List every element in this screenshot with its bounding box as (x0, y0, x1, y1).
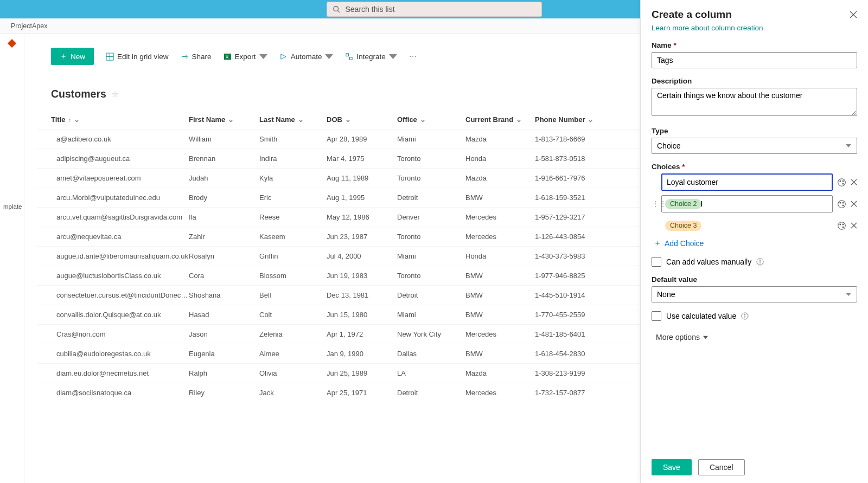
col-header-brand[interactable]: Current Brand ⌄ (465, 115, 535, 124)
table-row[interactable]: adipiscing@augueut.caBrennanIndiraMar 4,… (37, 149, 643, 168)
remove-choice-icon[interactable] (851, 179, 857, 185)
cell-title[interactable]: augue@luctuslobortisClass.co.uk (51, 272, 189, 280)
table-row[interactable]: augue@luctuslobortisClass.co.ukCoraBloss… (37, 266, 643, 285)
cell-dob: Apr 28, 1989 (327, 135, 397, 143)
cell-phone: 1-126-443-0854 (535, 233, 611, 241)
table-row[interactable]: Cras@non.comJasonZeleniaApr 1, 1972New Y… (37, 324, 643, 344)
main-content: ＋ New Edit in grid view Share X Export A… (37, 34, 643, 402)
chevron-down-icon (325, 53, 333, 61)
cell-title[interactable]: a@aclibero.co.uk (51, 135, 189, 143)
choice-input-2[interactable]: Choice 2 I (661, 195, 833, 212)
export-button[interactable]: X Export (224, 53, 267, 61)
panel-title: Create a column (652, 9, 732, 21)
table-row[interactable]: arcu@nequevitae.caZahirKaseemJun 23, 198… (37, 227, 643, 246)
svg-line-1 (337, 11, 340, 13)
col-header-lastname[interactable]: Last Name ⌄ (259, 115, 327, 124)
cell-phone: 1-308-213-9199 (535, 369, 611, 377)
description-input[interactable]: Certain things we know about the custome… (652, 88, 857, 116)
name-label: Name * (652, 41, 857, 49)
table-row[interactable]: arcu.Morbi@vulputateduinec.eduBrodyEricA… (37, 188, 643, 207)
manual-values-checkbox[interactable] (652, 257, 661, 267)
table-row[interactable]: amet@vitaeposuereat.comJudahKylaAug 11, … (37, 168, 643, 188)
cell-title[interactable]: arcu.vel.quam@sagittisDuisgravida.com (51, 213, 189, 221)
table-row[interactable]: diam.eu.dolor@necmetus.netRalphOliviaJun… (37, 363, 643, 383)
svg-point-25 (843, 223, 844, 224)
close-icon[interactable] (850, 11, 857, 18)
svg-point-11 (838, 178, 846, 186)
table-row[interactable]: convallis.dolor.Quisque@at.co.ukHasadCol… (37, 305, 643, 324)
new-button[interactable]: ＋ New (51, 48, 94, 65)
cell-title[interactable]: convallis.dolor.Quisque@at.co.uk (51, 311, 189, 319)
calculated-value-row: Use calculated value (652, 311, 857, 321)
name-input[interactable] (652, 52, 857, 68)
cell-dob: Jun 25, 1989 (327, 369, 397, 377)
cell-title[interactable]: augue.id.ante@liberomaurisaliquam.co.uk (51, 252, 189, 260)
cancel-button[interactable]: Cancel (698, 459, 745, 475)
calculated-value-checkbox[interactable] (652, 311, 661, 321)
rail-item-template[interactable]: mplate (0, 203, 24, 210)
col-header-office[interactable]: Office ⌄ (397, 115, 465, 124)
automate-button[interactable]: Automate (279, 53, 334, 61)
favorite-star-icon[interactable]: ☆ (112, 89, 119, 99)
table-row[interactable]: arcu.vel.quam@sagittisDuisgravida.comIla… (37, 207, 643, 227)
learn-more-link[interactable]: Learn more about column creation. (652, 24, 765, 32)
col-header-phone[interactable]: Phone Number ⌄ (535, 115, 611, 124)
table-row[interactable]: diam@sociisnatoque.caRileyJackApr 25, 19… (37, 383, 643, 402)
cell-title[interactable]: adipiscing@augueut.ca (51, 154, 189, 163)
table-header: Title ↑ ⌄ First Name ⌄ Last Name ⌄ DOB ⌄… (37, 110, 643, 129)
info-icon[interactable] (741, 312, 749, 320)
cell-brand: BMW (465, 272, 535, 280)
table-row[interactable]: consectetuer.cursus.et@tinciduntDonec.co… (37, 285, 643, 305)
cell-firstname: Judah (189, 174, 259, 182)
table-row[interactable]: augue.id.ante@liberomaurisaliquam.co.ukR… (37, 246, 643, 266)
cell-title[interactable]: amet@vitaeposuereat.com (51, 174, 189, 182)
remove-choice-icon[interactable] (851, 222, 857, 229)
breadcrumb-text[interactable]: ProjectApex (11, 22, 47, 30)
cell-title[interactable]: diam.eu.dolor@necmetus.net (51, 369, 189, 377)
cell-title[interactable]: Cras@non.com (51, 330, 189, 338)
cell-title[interactable]: arcu.Morbi@vulputateduinec.edu (51, 194, 189, 202)
svg-point-24 (840, 223, 841, 224)
search-box[interactable]: Search this list (327, 2, 542, 17)
col-header-title[interactable]: Title ↑ ⌄ (51, 115, 189, 124)
cell-phone: 1-618-159-3521 (535, 194, 611, 202)
share-button[interactable]: Share (181, 53, 212, 61)
choice-input-1[interactable] (661, 173, 833, 191)
overflow-button[interactable]: ⋯ (409, 52, 417, 61)
edit-grid-button[interactable]: Edit in grid view (106, 53, 169, 61)
type-select[interactable]: Choice (652, 138, 857, 154)
cell-lastname: Eric (259, 194, 327, 202)
integrate-button[interactable]: Integrate (345, 53, 397, 61)
col-header-firstname[interactable]: First Name ⌄ (189, 115, 259, 124)
cell-phone: 1-957-129-3217 (535, 213, 611, 221)
cell-title[interactable]: consectetuer.cursus.et@tinciduntDonec.co… (51, 291, 189, 299)
palette-icon[interactable] (837, 199, 846, 209)
cell-phone: 1-618-454-2830 (535, 350, 611, 358)
automate-icon (279, 53, 288, 61)
palette-icon[interactable] (837, 178, 846, 187)
more-options-button[interactable]: More options (656, 333, 857, 342)
choice-input-field[interactable] (665, 175, 829, 190)
default-value-select[interactable]: None (652, 286, 857, 302)
cell-title[interactable]: diam@sociisnatoque.ca (51, 389, 189, 397)
cell-phone: 1-977-946-8825 (535, 272, 611, 280)
drag-handle-icon[interactable]: ⋮⋮ (652, 199, 657, 208)
cell-title[interactable]: arcu@nequevitae.ca (51, 233, 189, 241)
table-row[interactable]: cubilia@eudoloregestas.co.ukEugeniaAimee… (37, 344, 643, 363)
table-row[interactable]: a@aclibero.co.ukWilliamSmithApr 28, 1989… (37, 129, 643, 149)
svg-point-13 (843, 180, 844, 181)
cell-title[interactable]: cubilia@eudoloregestas.co.uk (51, 350, 189, 358)
svg-point-31 (760, 260, 761, 260)
add-choice-button[interactable]: ＋ Add Choice (654, 239, 857, 248)
remove-choice-icon[interactable] (851, 201, 857, 207)
cell-office: Miami (397, 311, 465, 319)
plus-icon: ＋ (654, 239, 661, 248)
cell-phone: 1-732-157-0877 (535, 389, 611, 397)
col-header-dob[interactable]: DOB ⌄ (327, 115, 397, 124)
info-icon[interactable] (756, 258, 764, 266)
save-button[interactable]: Save (652, 459, 692, 475)
choice-input-3[interactable]: Choice 3 (661, 217, 833, 234)
cell-lastname: Colt (259, 311, 327, 319)
palette-icon[interactable] (837, 221, 846, 230)
cell-phone: 1-581-873-0518 (535, 154, 611, 163)
